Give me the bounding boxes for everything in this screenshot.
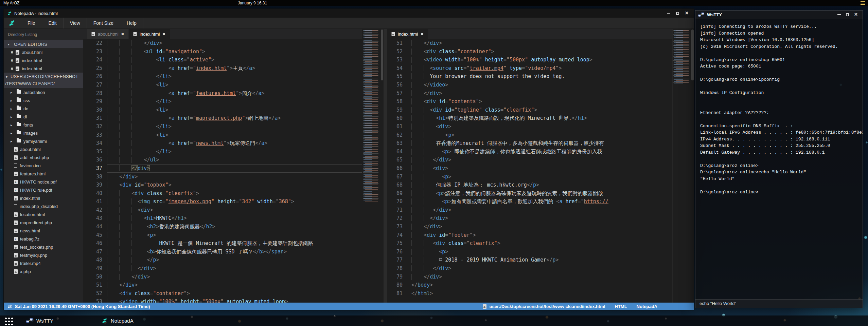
sidebar-file[interactable]: teabag.7z [4, 235, 83, 243]
code-line-40[interactable]: 40 <div class="clearfix"> [83, 189, 384, 198]
menu-item-file[interactable]: File [21, 18, 42, 28]
code-line-23[interactable]: 23 <ul id="navigation"> [83, 47, 384, 56]
terminal-input[interactable]: echo "Hello World" [695, 299, 863, 308]
code-line-52[interactable]: 52 <div class="container"> [387, 47, 694, 56]
code-line-44[interactable]: 44 <h2>香港的建築伺服器</h2> [83, 223, 384, 231]
code-line-63[interactable]: 63 在香港的Minecraft 伺服器中，多為小遊戲和純生存的伺服器，較少擁有 [387, 139, 694, 148]
code-line-24[interactable]: 24 <li class="active"> [83, 56, 384, 64]
code-line-55[interactable]: 55 Your browser does not support the vid… [387, 72, 694, 81]
code-line-48[interactable]: 48 </p> [83, 256, 384, 264]
code-line-25[interactable]: 25 <a href="index.html">主頁</a> [83, 64, 384, 73]
hamburger-menu-icon[interactable] [861, 1, 865, 5]
code-line-38[interactable]: 38 </div> [83, 173, 384, 181]
taskbar-item-notepada[interactable]: NotepadA [98, 315, 137, 326]
sidebar-file[interactable]: mapredirect.php [4, 218, 83, 227]
menu-item-font-size[interactable]: Font Size [87, 18, 120, 28]
tab-close-icon[interactable]: ✖ [162, 32, 165, 36]
code-line-51[interactable]: 51 </div> [83, 281, 384, 289]
code-line-28[interactable]: 28 <a href="features.html">簡介</a> [83, 89, 384, 98]
tab-about.html[interactable]: about.html✖ [87, 29, 128, 39]
sidebar-file[interactable]: favicon.ico [4, 161, 83, 170]
code-line-56[interactable]: 56 </video> [387, 81, 694, 89]
scrollbar-right[interactable] [691, 30, 694, 80]
tab-close-icon[interactable]: ✖ [421, 32, 423, 36]
sidebar-file[interactable]: location.html [4, 210, 83, 218]
tab-close-icon[interactable]: ✖ [121, 32, 124, 36]
tab-index.html[interactable]: index.html✖ [387, 29, 428, 39]
code-line-74[interactable]: 74 <div id="footer"> [387, 231, 694, 239]
sidebar-file[interactable]: testmysql.php [4, 251, 83, 259]
code-line-53[interactable]: 53 <video width="100%" height="500px" au… [83, 298, 384, 303]
tab-index.html[interactable]: index.html✖ [129, 29, 170, 39]
sidebar-file[interactable]: features.html [4, 170, 83, 178]
taskbar-item-wstty[interactable]: WsTTY [23, 315, 57, 326]
code-line-45[interactable]: 45 <p> [83, 231, 384, 239]
code-line-22[interactable]: 22 </div> [83, 39, 384, 47]
minimize-icon[interactable] [667, 13, 670, 14]
code-editor-right[interactable]: 51 </div>52 <div class="container">53 <v… [387, 39, 694, 303]
code-line-42[interactable]: 42 <div> [83, 206, 384, 214]
sidebar-folder-yamiyamimi[interactable]: ▸yamiyamimi [4, 137, 83, 145]
code-line-54[interactable]: 54 <source src="trailer.mp4" type="video… [387, 64, 694, 73]
code-line-51[interactable]: 51 </div> [387, 39, 694, 47]
code-line-35[interactable]: 35 </li> [83, 148, 384, 156]
code-line-72[interactable]: 72 </div> [387, 214, 694, 223]
code-line-43[interactable]: 43 <h1>HKWTC</h1> [83, 214, 384, 223]
code-line-29[interactable]: 29 </li> [83, 97, 384, 106]
sidebar-file[interactable]: news.html [4, 227, 83, 235]
sidebar-file[interactable]: test_sockets.php [4, 243, 83, 251]
sidebar-file[interactable]: HKWTC rule.pdf [4, 186, 83, 194]
sidebar-file[interactable]: HKWTC notice.pdf [4, 178, 83, 186]
terminal-output[interactable]: [info] Conencting to arozos WsTTY servic… [695, 19, 863, 299]
code-line-60[interactable]: 60 <h1>特別為建築及鐵路而設，現代化的 Minecraft 世界.</h1… [387, 114, 694, 122]
close-icon[interactable]: ✕ [854, 13, 858, 16]
close-icon[interactable]: ✖ [11, 51, 13, 54]
code-line-34[interactable]: 34 <a href="news.html">玩家傳送門</a> [83, 139, 384, 148]
code-line-78[interactable]: 78 </div> [387, 264, 694, 273]
sidebar-folder-images[interactable]: ▸images [4, 129, 83, 137]
code-line-62[interactable]: 62 <p> [387, 131, 694, 139]
code-line-49[interactable]: 49 </div> [83, 264, 384, 273]
code-line-26[interactable]: 26 </li> [83, 72, 384, 81]
code-line-47[interactable]: 47 <b>你知道我們全線伺服器已轉用 SSD 了嗎？</b></span> [83, 248, 384, 256]
open-editors-section[interactable]: ▾ OPEN EDITORS [4, 40, 83, 48]
code-line-53[interactable]: 53 <video width="100%" height="500px" au… [387, 56, 694, 64]
code-line-50[interactable]: 50 </div> [83, 273, 384, 281]
open-editor-item[interactable]: ✖about.html [4, 48, 83, 56]
code-line-79[interactable]: 79 </div> [387, 273, 694, 281]
code-line-57[interactable]: 57 </div> [387, 89, 694, 98]
open-editor-item[interactable]: ✖index.html [4, 56, 83, 64]
code-line-68[interactable]: 68 伺服器 IP 地址為： mcs.hkwtc.org</p> [387, 181, 694, 189]
menu-item-view[interactable]: View [63, 18, 87, 28]
code-line-66[interactable]: 66 <div> [387, 164, 694, 173]
code-line-76[interactable]: 76 <p> [387, 248, 694, 256]
code-line-52[interactable]: 52 <div class="container"> [83, 289, 384, 298]
close-icon[interactable]: ✖ [11, 67, 13, 71]
sidebar-file[interactable]: index.html [4, 194, 83, 202]
code-line-61[interactable]: 61 <div> [387, 122, 694, 131]
code-line-39[interactable]: 39 <div id="topbox"> [83, 181, 384, 189]
code-line-46[interactable]: 46 HKWTC 是一個 Minecraft 的建築伺服器，主要建築計劃包括鐵路 [83, 239, 384, 248]
maximize-icon[interactable] [846, 13, 849, 16]
code-line-80[interactable]: 80</body> [387, 281, 694, 289]
app-grid-icon[interactable] [4, 316, 13, 325]
sidebar-folder-fonts[interactable]: ▸fonts [4, 121, 83, 129]
sidebar-file[interactable]: trailer.mp4 [4, 259, 83, 267]
code-line-27[interactable]: 27 <li> [83, 81, 384, 89]
sidebar-file[interactable]: about.html [4, 145, 83, 153]
code-line-33[interactable]: 33 <li> [83, 131, 384, 139]
code-line-71[interactable]: 71 </div> [387, 206, 694, 214]
scrollbar-left[interactable] [381, 30, 383, 80]
code-line-32[interactable]: 32 </li> [83, 122, 384, 131]
sidebar-folder-dl[interactable]: ▸dl [4, 113, 83, 121]
sidebar-file[interactable]: x.php [4, 267, 83, 275]
minimize-icon[interactable] [837, 14, 841, 15]
code-line-64[interactable]: 64 <p> 即使你不是建築師，你也能透過紅石師或鐵路工程師的身份加入我 [387, 148, 694, 156]
code-line-30[interactable]: 30 <li> [83, 106, 384, 114]
root-folder-section[interactable]: ▾USER:/DESKTOP/SCREENSHOT /TEST/WWW CLEA… [4, 73, 83, 88]
code-line-31[interactable]: 31 <a href="mapredirect.php">網上地圖</a> [83, 114, 384, 122]
code-line-36[interactable]: 36 </ul> [83, 156, 384, 164]
code-line-69[interactable]: 69 <p>請注意，我們的伺服器為確保玩家及遊玩時的質素，我們對的服器開啟 [387, 189, 694, 198]
menu-item-help[interactable]: Help [120, 18, 143, 28]
code-line-77[interactable]: 77 © 2018 - 2019 HKWTC Animation Gamer</… [387, 256, 694, 264]
